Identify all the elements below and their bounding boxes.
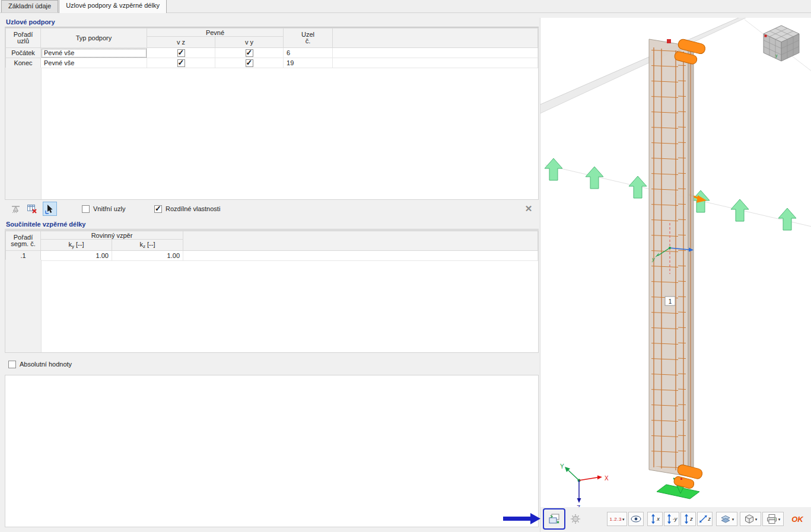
vy-checkbox[interactable] — [246, 59, 253, 67]
buckling-table: Pořadí segm. č. Rovinný vzpěr ky [--] kz… — [5, 231, 538, 261]
table-row-end: Konec Pevné vše 19 — [6, 58, 538, 68]
member-number-label: 1 — [665, 297, 675, 305]
col-group-planar-buckling: Rovinný vzpěr — [41, 231, 183, 240]
photorealism-icon — [570, 514, 581, 524]
col-group-fixed: Pevné — [147, 28, 284, 37]
view-direction-icon — [683, 514, 689, 524]
support-type-cell[interactable]: Pevné vše — [41, 58, 147, 68]
row-header-gutter — [5, 260, 42, 352]
internal-nodes-label: Vnitřní uzly — [93, 205, 125, 212]
view-z-button[interactable]: z — [680, 512, 696, 526]
col-header-kz: kz [--] — [112, 240, 183, 251]
delete-support-button[interactable] — [25, 202, 39, 216]
annotation-arrow — [503, 512, 541, 525]
col-header-segment-order: Pořadí segm. č. — [6, 231, 41, 251]
nodal-supports-panel: Pořadí uzlů Typ podpory Pevné Uzel č. v … — [5, 27, 539, 200]
row-header-gutter — [5, 68, 42, 199]
photorealism-button[interactable] — [568, 512, 583, 526]
vy-checkbox[interactable] — [246, 49, 253, 57]
stirrup-lines — [651, 45, 686, 472]
details-panel — [5, 375, 539, 527]
local-axis-y-label: y — [651, 256, 655, 262]
absolute-values-checkbox[interactable] — [8, 361, 16, 368]
vz-checkbox[interactable] — [177, 49, 185, 57]
absolute-values-row: Absolutní hodnoty — [5, 358, 539, 370]
view-direction-icon — [666, 514, 672, 524]
layers-icon — [720, 514, 732, 524]
col-header-node-no: Uzel č. — [284, 28, 333, 48]
col-header-filler — [333, 28, 538, 48]
numbering-button[interactable]: 1.2.3 ▾ — [607, 512, 627, 526]
graphics-panel: y 1 y — [540, 18, 811, 532]
internal-nodes-checkbox-row[interactable]: Vnitřní uzly — [82, 202, 125, 216]
highlight-ring — [543, 508, 565, 530]
row-header-end: Konec — [6, 58, 41, 68]
svg-text:1: 1 — [669, 298, 672, 305]
visibility-layers-button[interactable]: ▾ — [716, 512, 737, 526]
tab-nodal-supports[interactable]: Uzlové podpory & vzpěrné délky — [59, 0, 167, 13]
clear-button[interactable]: ✕ — [522, 202, 535, 215]
chevron-down-icon: ▾ — [622, 517, 625, 521]
vz-cell — [147, 58, 215, 68]
view-minus-y-button[interactable]: -y — [664, 512, 679, 526]
ok-icon: OK — [791, 515, 803, 524]
nodal-supports-table: Pořadí uzlů Typ podpory Pevné Uzel č. v … — [5, 28, 538, 68]
different-props-checkbox-row[interactable]: Rozdílné vlastnosti — [154, 202, 220, 216]
different-props-checkbox[interactable] — [154, 205, 162, 213]
clipping-box-button[interactable]: ▾ — [740, 512, 761, 526]
input-area: Uzlové podpory Pořadí uzlů Typ podpory P… — [5, 18, 539, 527]
tab-basic-data[interactable]: Základní údaje — [1, 0, 58, 12]
axis-x-label: X — [605, 475, 609, 482]
col-header-vz: v z — [147, 37, 215, 48]
section-title-nodal-supports: Uzlové podpory — [5, 18, 539, 27]
col-header-ky: ky [--] — [41, 240, 112, 251]
chevron-down-icon: ▾ — [755, 517, 758, 521]
buckling-panel: Pořadí segm. č. Rovinný vzpěr ky [--] kz… — [5, 230, 539, 353]
view-direction-icon — [650, 514, 656, 524]
edit-support-icon — [11, 204, 21, 214]
table-row-segment: .1 1.00 1.00 — [6, 251, 538, 261]
internal-nodes-checkbox[interactable] — [82, 205, 90, 213]
row-header-start: Počátek — [6, 48, 41, 58]
col-header-vy: v y — [215, 37, 284, 48]
eye-icon — [631, 515, 641, 523]
view-direction-diagonal-icon — [699, 514, 708, 524]
edit-support-button[interactable] — [8, 202, 23, 216]
section-title-buckling: Součinitele vzpěrné délky — [5, 220, 539, 230]
different-props-label: Rozdílné vlastnosti — [166, 205, 220, 212]
node-number-cell[interactable]: 6 — [284, 48, 333, 58]
tab-bar: Základní údaje Uzlové podpory & vzpěrné … — [0, 0, 811, 13]
cube-marker — [765, 35, 767, 37]
chevron-down-icon: ▾ — [732, 517, 734, 521]
row-header-segment: .1 — [6, 251, 41, 261]
axis-y-label: Y — [560, 463, 564, 470]
display-settings-icon — [548, 513, 560, 525]
col-header-filler — [183, 231, 538, 251]
absolute-values-checkbox-row[interactable]: Absolutní hodnoty — [8, 357, 72, 371]
printer-icon — [766, 514, 778, 524]
viewport-3d[interactable]: y 1 y — [540, 18, 811, 507]
col-header-node-order: Pořadí uzlů — [6, 28, 41, 48]
vz-checkbox[interactable] — [177, 59, 185, 67]
vy-cell — [215, 58, 284, 68]
supports-toolbar: Vnitřní uzly Rozdílné vlastnosti ✕ — [5, 200, 539, 218]
support-type-cell[interactable]: Pevné vše — [41, 48, 147, 58]
delete-support-icon — [27, 203, 37, 214]
kz-cell[interactable]: 1.00 — [112, 251, 183, 261]
display-settings-button[interactable] — [545, 512, 563, 526]
absolute-values-label: Absolutní hodnoty — [20, 361, 72, 368]
pick-nodes-icon — [45, 204, 55, 214]
col-header-support-type: Typ podpory — [41, 28, 147, 48]
vz-cell — [147, 48, 215, 58]
cube-axis-label: y — [775, 53, 778, 58]
ok-button[interactable]: OK — [788, 512, 806, 526]
ky-cell[interactable]: 1.00 — [41, 251, 112, 261]
pick-nodes-button[interactable] — [43, 202, 57, 216]
visibility-button[interactable] — [628, 512, 644, 526]
view-minus-z-button[interactable]: z — [697, 512, 713, 526]
node-number-cell[interactable]: 19 — [284, 58, 333, 68]
print-button[interactable]: ▾ — [762, 512, 784, 526]
filler-cell — [333, 58, 538, 68]
member-column[interactable] — [649, 39, 694, 476]
view-x-button[interactable]: x — [647, 512, 663, 526]
